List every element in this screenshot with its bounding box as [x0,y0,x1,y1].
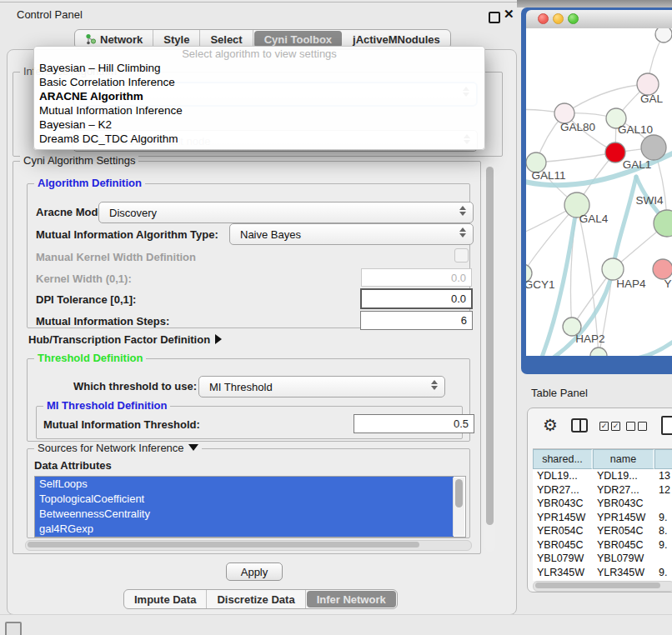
table-row[interactable]: YDL19...YDL19...13 [533,469,672,483]
network-edge [536,152,615,162]
algorithm-definition-group: Algorithm Definition Aracne Mode: Discov… [27,183,470,328]
attribute-item[interactable]: gal4RGexp [35,522,454,537]
network-window-titlebar[interactable] [526,10,672,29]
manual-kernel-label: Manual Kernel Width Definition [36,251,196,263]
node-label: GAL11 [531,169,565,182]
network-canvas[interactable]: GALGAL80GAL10GAL1GAL11SWI4GAL4GCY1HAP4YH… [526,28,672,356]
node-label: GCY1 [526,278,554,291]
attribute-item[interactable]: TopologicalCoefficient [35,492,454,507]
hub-definition-toggle[interactable]: Hub/Transcription Factor Definition [28,333,222,346]
network-edge [564,84,648,113]
table-horizontal-scrollbar[interactable] [533,581,672,592]
cyni-algorithm-settings-group: Cyni Algorithm Settings Algorithm Defini… [13,161,481,554]
network-graph: GALGAL80GAL10GAL1GAL11SWI4GAL4GCY1HAP4YH… [526,28,672,356]
algorithm-option[interactable]: Bayesian – K2 [34,118,484,132]
tab-impute-data[interactable]: Impute Data [124,590,207,608]
minimize-traffic-light-icon[interactable] [553,13,564,24]
algorithm-option[interactable]: Dream8 DC_TDC Algorithm [34,132,484,146]
tab-cyni-toolbox[interactable]: Cyni Toolbox [254,31,342,48]
column-header[interactable]: shared... [533,449,593,469]
mi-steps-field[interactable]: 6 [360,311,473,330]
zoom-traffic-light-icon[interactable] [568,13,579,24]
node-label: GAL [640,92,664,105]
attribute-item[interactable]: SelfLoops [35,477,454,492]
node-label: GAL80 [560,121,595,133]
algorithm-option[interactable]: Basic Correlation Inference [34,75,484,89]
table-row[interactable]: YBL079WYBL079W [533,552,672,566]
expanded-arrow-icon [188,444,198,451]
which-threshold-select[interactable]: MI Threshold [198,376,445,398]
divider [0,614,672,615]
kernel-width-field[interactable]: 0.0 [361,268,472,287]
node-label: GAL10 [618,123,653,136]
algorithm-dropdown-popup: Select algorithm to view settings Bayesi… [33,46,485,150]
table-panel-title: Table Panel [531,387,588,399]
float-window-icon[interactable] [489,12,500,23]
popup-placeholder: Select algorithm to view settings [34,47,484,61]
node-label: HAP4 [616,278,646,290]
app-window-edge [517,0,672,8]
deselect-all-icon[interactable] [626,422,647,431]
mi-steps-label: Mutual Information Steps: [36,315,169,328]
aracne-mode-label: Aracne Mode: [36,206,108,218]
screen: Control Panel ✕ NetworkStyleSelectCyni T… [0,0,672,635]
kernel-width-label: Kernel Width (0,1): [36,272,132,285]
gear-icon[interactable]: ⚙ [543,415,558,435]
dpi-tolerance-label: DPI Tolerance [0,1]: [36,293,136,306]
close-traffic-light-icon[interactable] [538,13,549,24]
mi-threshold-group: MI Threshold Definition Mutual Informati… [36,406,463,439]
table-row[interactable]: YDR27...YDR27...12 [533,483,672,498]
combo-arrows-icon [431,380,438,390]
network-node[interactable] [641,135,666,160]
table-panel-window: ⚙ ✓✓ shared...nameA YDL19...YDL19...13YD… [527,408,672,592]
network-node[interactable] [655,28,672,42]
columns-icon[interactable] [571,418,588,432]
cyni-bottom-tabbar: Impute DataDiscretize DataInfer Network [123,589,398,609]
network-node[interactable] [590,348,607,356]
table-row[interactable]: YER054CYER054C8. [533,524,672,538]
combo-arrows-icon [459,228,466,238]
algorithm-option[interactable]: Mutual Information Inference [34,103,484,118]
new-table-icon[interactable] [661,416,672,435]
apply-button[interactable]: Apply [226,562,283,581]
close-icon[interactable]: ✕ [504,7,514,22]
data-attributes-list[interactable]: SelfLoopsTopologicalCoefficientBetweenne… [34,476,466,538]
table-row[interactable]: YPR145WYPR145W9. [533,511,672,525]
mi-threshold-label: Mutual Information Threshold: [43,418,200,431]
table-body: YDL19...YDL19...13YDR27...YDR27...12YBR0… [533,469,672,581]
column-header[interactable]: A [654,449,672,469]
select-all-icon[interactable]: ✓✓ [599,422,620,431]
settings-horizontal-scrollbar[interactable] [25,540,472,551]
node-table: shared...nameA YDL19...YDL19...13YDR27..… [533,448,672,581]
aracne-mode-select[interactable]: Discovery [98,202,474,223]
which-threshold-label: Which threshold to use: [73,380,197,392]
settings-vertical-scrollbar[interactable] [484,163,495,552]
table-row[interactable]: YBR043CYBR043C [533,497,672,511]
manual-kernel-checkbox[interactable] [454,248,469,262]
table-row[interactable]: YBR045CYBR045C9. [533,538,672,552]
combo-arrows-icon [459,206,466,216]
algorithm-option[interactable]: ARACNE Algorithm [34,89,484,103]
list-scrollbar[interactable] [453,478,464,536]
sources-toggle[interactable]: Sources for Network Inference [34,442,202,454]
algorithm-option[interactable]: Bayesian – Hill Climbing [34,61,484,75]
node-label: Y [664,278,671,290]
mi-type-select[interactable]: Naive Bayes [229,223,474,245]
node-label: GAL1 [623,158,652,171]
data-attributes-label: Data Attributes [34,459,112,472]
dpi-tolerance-field[interactable]: 0.0 [360,288,473,309]
minimized-panel-icon[interactable] [5,622,22,635]
tab-infer-network[interactable]: Infer Network [307,591,396,608]
node-label: SWI4 [635,194,663,207]
mi-threshold-field[interactable]: 0.5 [354,414,474,433]
column-header[interactable]: name [593,449,654,469]
node-label: GAL4 [579,212,609,225]
attribute-item[interactable]: BetweennessCentrality [35,507,454,522]
tab-discretize-data[interactable]: Discretize Data [207,590,305,608]
network-node-y[interactable] [653,259,672,279]
table-header: shared...nameA [533,449,672,469]
mi-type-label: Mutual Information Algorithm Type: [36,228,218,241]
table-row[interactable]: YLR345WYLR345W9. [533,566,672,580]
network-view-window: GALGAL80GAL10GAL1GAL11SWI4GAL4GCY1HAP4YH… [521,8,672,374]
control-panel-title: Control Panel [17,8,83,21]
